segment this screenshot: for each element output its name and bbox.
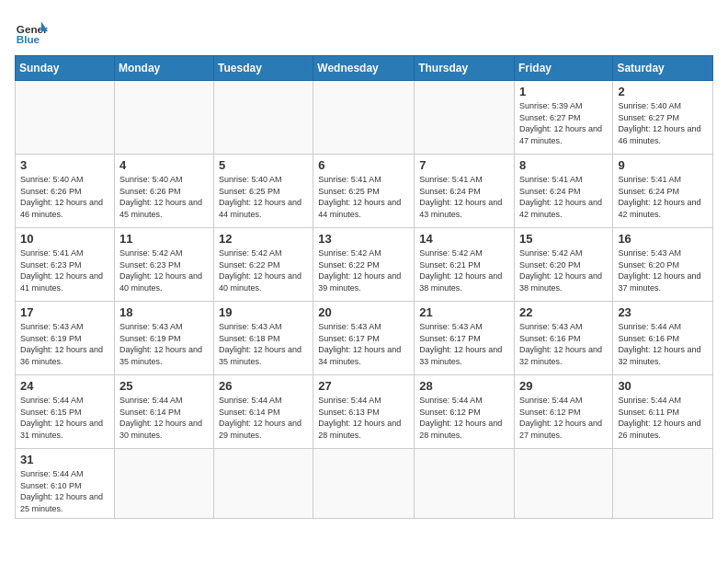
day-info: Sunrise: 5:44 AMSunset: 6:14 PMDaylight:… (219, 395, 308, 441)
day-number: 10 (20, 232, 109, 246)
calendar-cell: 11Sunrise: 5:42 AMSunset: 6:23 PMDayligh… (114, 228, 213, 302)
calendar-cell (313, 449, 415, 519)
calendar-table: SundayMondayTuesdayWednesdayThursdayFrid… (15, 55, 713, 519)
calendar-cell: 6Sunrise: 5:41 AMSunset: 6:25 PMDaylight… (313, 155, 415, 228)
day-info: Sunrise: 5:41 AMSunset: 6:24 PMDaylight:… (419, 174, 509, 220)
day-number: 21 (419, 305, 509, 319)
calendar-cell (514, 449, 612, 519)
day-number: 22 (519, 305, 608, 319)
calendar-cell (114, 81, 213, 155)
day-info: Sunrise: 5:43 AMSunset: 6:17 PMDaylight:… (419, 321, 509, 367)
day-info: Sunrise: 5:41 AMSunset: 6:23 PMDaylight:… (20, 247, 109, 293)
day-number: 24 (20, 379, 109, 393)
day-number: 26 (219, 379, 308, 393)
day-number: 1 (519, 85, 608, 98)
day-number: 15 (519, 232, 608, 246)
calendar-week-row: 3Sunrise: 5:40 AMSunset: 6:26 PMDaylight… (16, 155, 713, 228)
day-number: 4 (119, 158, 209, 172)
day-number: 31 (20, 453, 109, 466)
calendar-week-row: 1Sunrise: 5:39 AMSunset: 6:27 PMDaylight… (16, 81, 713, 155)
calendar-week-row: 31Sunrise: 5:44 AMSunset: 6:10 PMDayligh… (16, 449, 713, 519)
calendar-cell (613, 449, 713, 519)
calendar-cell: 29Sunrise: 5:44 AMSunset: 6:12 PMDayligh… (514, 375, 612, 449)
calendar-cell: 23Sunrise: 5:44 AMSunset: 6:16 PMDayligh… (613, 302, 713, 375)
calendar-cell: 26Sunrise: 5:44 AMSunset: 6:14 PMDayligh… (214, 375, 313, 449)
day-info: Sunrise: 5:43 AMSunset: 6:19 PMDaylight:… (119, 321, 209, 367)
calendar-cell: 1Sunrise: 5:39 AMSunset: 6:27 PMDaylight… (514, 81, 612, 155)
day-number: 18 (119, 305, 209, 319)
day-number: 19 (219, 305, 308, 319)
day-number: 17 (20, 305, 109, 319)
day-info: Sunrise: 5:44 AMSunset: 6:12 PMDaylight:… (519, 395, 608, 441)
calendar-cell: 19Sunrise: 5:43 AMSunset: 6:18 PMDayligh… (214, 302, 313, 375)
day-number: 8 (519, 158, 608, 172)
calendar-cell: 5Sunrise: 5:40 AMSunset: 6:25 PMDaylight… (214, 155, 313, 228)
day-number: 7 (419, 158, 509, 172)
page-header: General Blue (15, 15, 713, 48)
calendar-cell (214, 449, 313, 519)
day-number: 30 (618, 379, 708, 393)
day-info: Sunrise: 5:43 AMSunset: 6:17 PMDaylight:… (318, 321, 409, 367)
day-info: Sunrise: 5:42 AMSunset: 6:23 PMDaylight:… (119, 247, 209, 293)
calendar-cell: 25Sunrise: 5:44 AMSunset: 6:14 PMDayligh… (114, 375, 213, 449)
day-header-sunday: Sunday (16, 56, 115, 81)
calendar-cell: 24Sunrise: 5:44 AMSunset: 6:15 PMDayligh… (16, 375, 115, 449)
day-info: Sunrise: 5:44 AMSunset: 6:15 PMDaylight:… (20, 395, 109, 441)
calendar-week-row: 10Sunrise: 5:41 AMSunset: 6:23 PMDayligh… (16, 228, 713, 302)
day-info: Sunrise: 5:44 AMSunset: 6:13 PMDaylight:… (318, 395, 409, 441)
calendar-cell: 7Sunrise: 5:41 AMSunset: 6:24 PMDaylight… (415, 155, 515, 228)
calendar-header-row: SundayMondayTuesdayWednesdayThursdayFrid… (16, 56, 713, 81)
day-header-tuesday: Tuesday (214, 56, 313, 81)
day-number: 16 (618, 232, 708, 246)
day-info: Sunrise: 5:43 AMSunset: 6:18 PMDaylight:… (219, 321, 308, 367)
day-number: 27 (318, 379, 409, 393)
day-info: Sunrise: 5:43 AMSunset: 6:20 PMDaylight:… (618, 247, 708, 293)
calendar-cell: 21Sunrise: 5:43 AMSunset: 6:17 PMDayligh… (415, 302, 515, 375)
day-info: Sunrise: 5:44 AMSunset: 6:12 PMDaylight:… (419, 395, 509, 441)
calendar-cell: 13Sunrise: 5:42 AMSunset: 6:22 PMDayligh… (313, 228, 415, 302)
day-info: Sunrise: 5:42 AMSunset: 6:22 PMDaylight:… (219, 247, 308, 293)
day-number: 29 (519, 379, 608, 393)
calendar-cell (415, 449, 515, 519)
day-header-wednesday: Wednesday (313, 56, 415, 81)
day-number: 5 (219, 158, 308, 172)
day-header-saturday: Saturday (613, 56, 713, 81)
calendar-cell (16, 81, 115, 155)
day-header-monday: Monday (114, 56, 213, 81)
day-number: 6 (318, 158, 409, 172)
svg-text:Blue: Blue (17, 33, 40, 45)
calendar-cell: 2Sunrise: 5:40 AMSunset: 6:27 PMDaylight… (613, 81, 713, 155)
day-number: 28 (419, 379, 509, 393)
day-info: Sunrise: 5:44 AMSunset: 6:11 PMDaylight:… (618, 395, 708, 441)
calendar-week-row: 17Sunrise: 5:43 AMSunset: 6:19 PMDayligh… (16, 302, 713, 375)
day-info: Sunrise: 5:40 AMSunset: 6:27 PMDaylight:… (618, 100, 708, 146)
day-info: Sunrise: 5:41 AMSunset: 6:24 PMDaylight:… (618, 174, 708, 220)
day-number: 14 (419, 232, 509, 246)
day-number: 12 (219, 232, 308, 246)
calendar-cell: 16Sunrise: 5:43 AMSunset: 6:20 PMDayligh… (613, 228, 713, 302)
calendar-cell: 15Sunrise: 5:42 AMSunset: 6:20 PMDayligh… (514, 228, 612, 302)
day-number: 9 (618, 158, 708, 172)
day-info: Sunrise: 5:43 AMSunset: 6:16 PMDaylight:… (519, 321, 608, 367)
calendar-cell: 9Sunrise: 5:41 AMSunset: 6:24 PMDaylight… (613, 155, 713, 228)
day-info: Sunrise: 5:42 AMSunset: 6:20 PMDaylight:… (519, 247, 608, 293)
day-info: Sunrise: 5:42 AMSunset: 6:22 PMDaylight:… (318, 247, 409, 293)
day-number: 2 (618, 85, 708, 98)
day-info: Sunrise: 5:39 AMSunset: 6:27 PMDaylight:… (519, 100, 608, 146)
day-info: Sunrise: 5:43 AMSunset: 6:19 PMDaylight:… (20, 321, 109, 367)
calendar-cell: 31Sunrise: 5:44 AMSunset: 6:10 PMDayligh… (16, 449, 115, 519)
calendar-cell: 17Sunrise: 5:43 AMSunset: 6:19 PMDayligh… (16, 302, 115, 375)
calendar-cell (313, 81, 415, 155)
day-info: Sunrise: 5:40 AMSunset: 6:26 PMDaylight:… (119, 174, 209, 220)
day-info: Sunrise: 5:44 AMSunset: 6:10 PMDaylight:… (20, 468, 109, 514)
day-number: 13 (318, 232, 409, 246)
day-info: Sunrise: 5:44 AMSunset: 6:14 PMDaylight:… (119, 395, 209, 441)
calendar-week-row: 24Sunrise: 5:44 AMSunset: 6:15 PMDayligh… (16, 375, 713, 449)
calendar-cell (214, 81, 313, 155)
day-info: Sunrise: 5:41 AMSunset: 6:25 PMDaylight:… (318, 174, 409, 220)
day-info: Sunrise: 5:44 AMSunset: 6:16 PMDaylight:… (618, 321, 708, 367)
calendar-cell (415, 81, 515, 155)
day-number: 3 (20, 158, 109, 172)
calendar-cell: 22Sunrise: 5:43 AMSunset: 6:16 PMDayligh… (514, 302, 612, 375)
calendar-cell (114, 449, 213, 519)
